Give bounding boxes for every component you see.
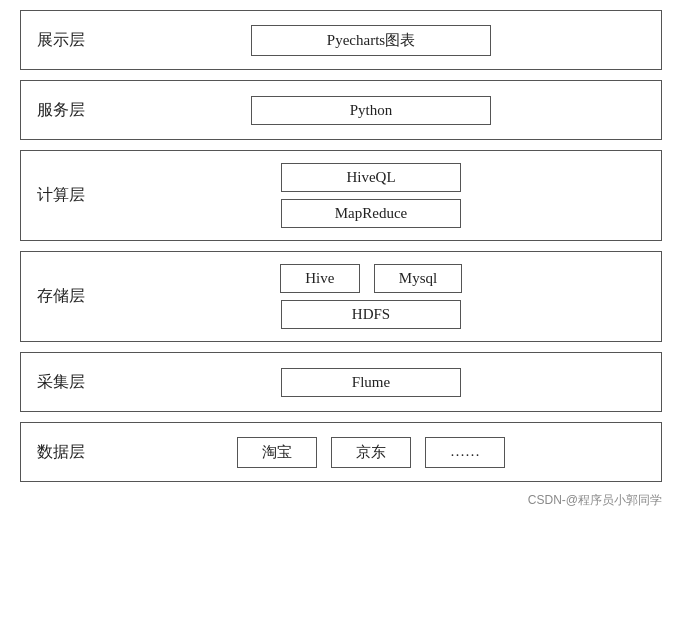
layer-collection: 采集层Flume: [20, 352, 662, 412]
box-row: Python: [251, 96, 491, 125]
box-row: Pyecharts图表: [251, 25, 491, 56]
layer-display: 展示层Pyecharts图表: [20, 10, 662, 70]
tech-box-HDFS: HDFS: [281, 300, 461, 329]
label-display: 展示层: [37, 30, 97, 51]
tech-box-MapReduce: MapReduce: [281, 199, 461, 228]
label-data: 数据层: [37, 442, 97, 463]
watermark: CSDN-@程序员小郭同学: [20, 492, 662, 509]
box-row: 淘宝京东……: [237, 437, 505, 468]
tech-box-Python: Python: [251, 96, 491, 125]
box-row: HDFS: [281, 300, 461, 329]
label-compute: 计算层: [37, 185, 97, 206]
label-service: 服务层: [37, 100, 97, 121]
layer-data: 数据层淘宝京东……: [20, 422, 662, 482]
content-collection: Flume: [97, 368, 645, 397]
tech-box-Mysql: Mysql: [374, 264, 462, 293]
tech-box-淘宝: 淘宝: [237, 437, 317, 468]
tech-box-Pyecharts图表: Pyecharts图表: [251, 25, 491, 56]
box-row: Flume: [281, 368, 461, 397]
content-display: Pyecharts图表: [97, 25, 645, 56]
label-collection: 采集层: [37, 372, 97, 393]
tech-box-HiveQL: HiveQL: [281, 163, 461, 192]
box-row: HiveQL: [281, 163, 461, 192]
label-storage: 存储层: [37, 286, 97, 307]
box-row: HiveMysql: [280, 264, 462, 293]
tech-box-京东: 京东: [331, 437, 411, 468]
tech-box-……: ……: [425, 437, 505, 468]
layer-storage: 存储层HiveMysqlHDFS: [20, 251, 662, 342]
layer-service: 服务层Python: [20, 80, 662, 140]
content-data: 淘宝京东……: [97, 437, 645, 468]
tech-box-Hive: Hive: [280, 264, 360, 293]
layer-compute: 计算层HiveQLMapReduce: [20, 150, 662, 241]
content-compute: HiveQLMapReduce: [97, 163, 645, 228]
box-row: MapReduce: [281, 199, 461, 228]
content-storage: HiveMysqlHDFS: [97, 264, 645, 329]
tech-box-Flume: Flume: [281, 368, 461, 397]
content-service: Python: [97, 96, 645, 125]
